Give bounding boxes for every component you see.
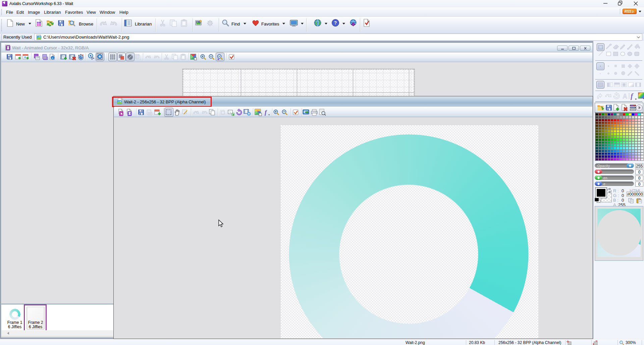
svg-text:f: f — [265, 109, 267, 116]
svg-text:f: f — [631, 92, 634, 100]
svg-text:?: ? — [334, 20, 337, 26]
svg-text:A: A — [623, 93, 627, 100]
